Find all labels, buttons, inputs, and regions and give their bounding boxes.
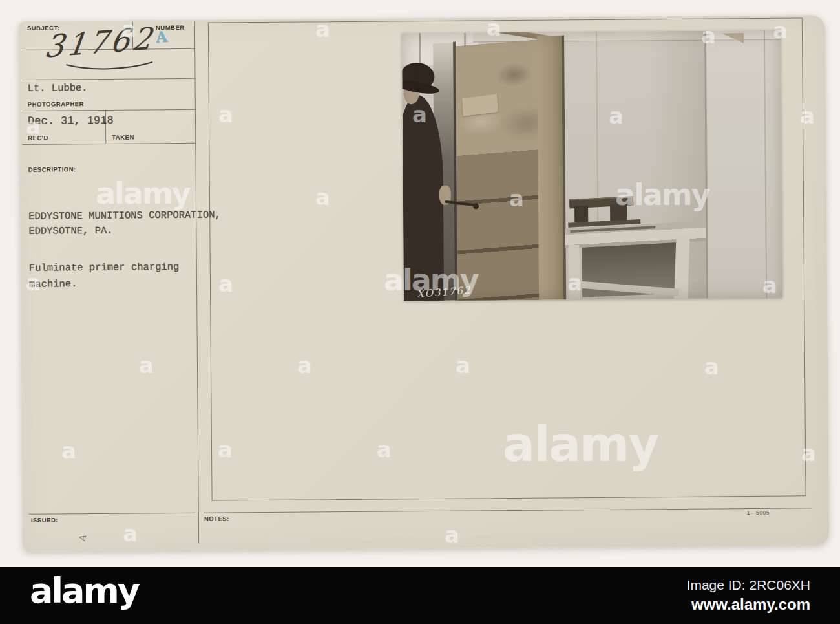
rule-above-issued xyxy=(29,513,196,515)
divider-left-column xyxy=(194,21,199,544)
subject-underline-flourish xyxy=(64,60,154,72)
taken-label: TAKEN xyxy=(112,134,134,141)
form-number: 1—5005 xyxy=(747,510,770,516)
date-value: Dec. 31, 1918 xyxy=(28,114,114,127)
archive-photo-card: SUBJECT: 31762 NUMBER A Lt. Lubbe. PHOTO… xyxy=(19,15,829,552)
notes-label: NOTES: xyxy=(204,515,229,522)
footer-right: Image ID: 2RC06XH www.alamy.com xyxy=(687,577,810,614)
number-stamp-a: A xyxy=(155,28,168,46)
photographer-label: PHOTOGRAPHER xyxy=(28,100,84,108)
alamy-logo: alamy xyxy=(30,574,138,608)
description-line4: machine. xyxy=(29,278,78,290)
rule-under-photographer xyxy=(22,109,195,111)
rule-under-date xyxy=(22,143,195,145)
description-line1: EDDYSTONE MUNITIONS CORPORATION, xyxy=(28,209,221,222)
rule-above-notes xyxy=(204,508,812,513)
alamy-url-text: www.alamy.com xyxy=(687,596,810,614)
stock-photo-page: SUBJECT: 31762 NUMBER A Lt. Lubbe. PHOTO… xyxy=(0,0,840,624)
photographer-value: Lt. Lubbe. xyxy=(28,82,88,94)
recd-label: REC'D xyxy=(28,134,48,142)
rule-blank-row xyxy=(22,78,195,80)
footer-bar: alamy Image ID: 2RC06XH www.alamy.com xyxy=(0,567,840,624)
sepia-tone-overlay xyxy=(402,30,782,301)
image-id-text: Image ID: 2RC06XH xyxy=(687,577,810,593)
description-line2: EDDYSOTNE, PA. xyxy=(28,225,112,237)
description-label: DESCRIPTION: xyxy=(28,166,76,173)
description-line3: Fulminate primer charging xyxy=(29,261,180,274)
issued-stamp-a: A xyxy=(77,533,88,542)
issued-label: ISSUED: xyxy=(31,516,58,523)
photograph: XO31762 xyxy=(402,30,782,301)
